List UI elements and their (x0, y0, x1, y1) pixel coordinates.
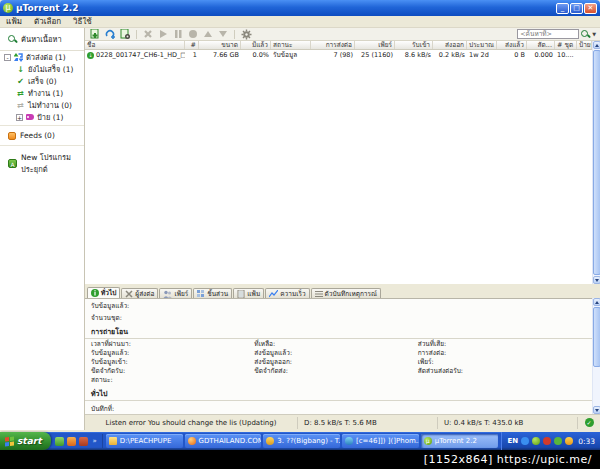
torrent-list-header: ชื่อ # ขนาด มีแล้ว สถานะ การส่งต่อ เพียร… (85, 41, 592, 50)
torrent-list-scrollbar[interactable] (592, 41, 600, 284)
close-button[interactable]: ✕ (584, 3, 597, 14)
torrent-down-speed: 8.6 kB/s (395, 50, 433, 60)
column-done[interactable]: มีแล้ว (241, 41, 271, 49)
task-firefox[interactable]: GDTHAILAND.COM... (185, 434, 262, 448)
quick-launch-icon-2[interactable] (67, 437, 76, 446)
move-down-button[interactable] (217, 29, 229, 40)
scroll-up-button[interactable] (593, 41, 600, 49)
tab-logger[interactable]: ตัวบันทึกเหตุการณ์ (311, 288, 382, 298)
clock[interactable]: 0:33 (578, 437, 595, 446)
task-music[interactable]: 3. ??(Bigbang) - T... (263, 434, 340, 448)
gear-icon (241, 29, 252, 40)
detail-panel-scrollbar[interactable] (592, 298, 600, 414)
sidebar-item-completed[interactable]: ✔ เสร็จ (0) (0, 75, 84, 87)
search-icon (8, 35, 17, 44)
stop-button[interactable] (187, 29, 199, 40)
tab-peers[interactable]: เพียร์ (159, 288, 192, 298)
toolbar-divider (234, 30, 235, 39)
hide-icons-icon[interactable] (521, 437, 529, 445)
move-up-button[interactable] (202, 29, 214, 40)
column-label[interactable]: ป้ายชื่อ (577, 41, 592, 49)
column-down-speed[interactable]: รับเข้า (395, 41, 433, 49)
torrent-row[interactable]: ↓ 0228_001747_CH6-1_HD_□□ T... 1 7.66 GB… (85, 50, 592, 60)
task-explorer[interactable]: D:\PEACHPUPE (106, 434, 183, 448)
sidebar-item-inactive[interactable]: ⇄ ไม่ทำงาน (0) (0, 99, 84, 111)
column-status[interactable]: สถานะ (271, 41, 311, 49)
utorrent-logo-icon: µ (3, 3, 13, 13)
downloading-status-icon: ↓ (87, 52, 94, 59)
maximize-button[interactable]: □ (570, 3, 583, 14)
task-messenger[interactable]: [c=46]]) ](]Phom... (342, 434, 419, 448)
sidebar-search[interactable]: ค้นหาเนื้อหา (0, 28, 84, 51)
scroll-down-button[interactable] (593, 406, 600, 414)
pause-button[interactable] (172, 29, 184, 40)
title-bar[interactable]: µ µTorrent 2.2 _ □ ✕ (0, 0, 600, 16)
column-avail[interactable]: # ชุด (555, 41, 577, 49)
create-torrent-button[interactable] (119, 29, 131, 40)
torrent-avail: 10.... (555, 50, 577, 60)
remove-button[interactable] (142, 29, 154, 40)
filter-search-input[interactable] (517, 29, 579, 39)
feeds-label: Feeds (0) (20, 131, 55, 140)
search-button[interactable] (581, 30, 590, 39)
field-upload-limit: ขีดจำกัดส่ง: (254, 367, 417, 376)
tray-icon-green[interactable] (554, 437, 562, 445)
create-torrent-icon (120, 29, 131, 40)
add-url-button[interactable] (104, 29, 116, 40)
field-downloaded: รับข้อมูลแล้ว: (91, 349, 254, 358)
column-number[interactable]: # (185, 41, 199, 49)
menu-help[interactable]: วิธีใช้ (67, 16, 98, 28)
column-up-speed[interactable]: ส่งออก (433, 41, 467, 49)
collapse-icon[interactable]: - (4, 54, 11, 61)
sidebar-item-active[interactable]: ⇄ ทำงาน (1) (0, 87, 84, 99)
column-eta[interactable]: ประมาณ (467, 41, 497, 49)
add-torrent-button[interactable] (89, 29, 101, 40)
tab-general[interactable]: ทั่วไป (87, 287, 120, 298)
chevron-icon[interactable]: » (91, 437, 97, 445)
start-button[interactable] (157, 29, 169, 40)
field-share-ratio: สัดส่วนส่งต่อรับ: (418, 367, 581, 376)
column-seeds[interactable]: การส่งต่อ (311, 41, 355, 49)
scroll-down-button[interactable] (593, 276, 600, 284)
search-dropdown-icon[interactable]: ▼ (592, 31, 596, 37)
scroll-up-button[interactable] (593, 298, 600, 306)
tab-files[interactable]: แฟ้ม (233, 288, 264, 298)
tab-trackers[interactable]: ผู้ส่งต่อ (121, 288, 158, 298)
tray-icon-red[interactable] (543, 437, 551, 445)
tab-speed[interactable]: ความเร็ว (265, 288, 309, 298)
download-total-status: D: 8.5 kB/s T: 5.6 MB (298, 417, 438, 429)
scrollbar-thumb[interactable] (593, 50, 600, 275)
task-buttons: D:\PEACHPUPE GDTHAILAND.COM... 3. ??(Big… (103, 434, 501, 448)
column-ratio[interactable]: สัด... (527, 41, 555, 49)
music-icon (266, 437, 274, 445)
column-name[interactable]: ชื่อ (85, 41, 185, 49)
sidebar-item-torrents[interactable]: - ตัวส่งต่อ (1) (0, 51, 84, 63)
start-button[interactable]: start (0, 432, 51, 450)
detail-tab-bar: ทั่วไป ผู้ส่งต่อ เพียร์ ชิ้นส่วน แฟ้ม (85, 287, 600, 298)
sidebar-item-new-apps[interactable]: A New โปรแกรมประยุกต์ (0, 148, 84, 178)
inactive-icon: ⇄ (16, 101, 25, 110)
menu-file[interactable]: แฟ้ม (0, 16, 28, 28)
general-section-title: ทั่วไป (85, 385, 592, 401)
scrollbar-thumb[interactable] (593, 307, 600, 367)
task-label: [c=46]]) ](]Phom... (356, 437, 419, 445)
expand-icon[interactable]: + (16, 114, 23, 121)
minimize-button[interactable]: _ (556, 3, 569, 14)
quick-launch-icon-1[interactable] (55, 437, 64, 446)
sidebar-item-label: เสร็จ (0) (28, 75, 57, 87)
preferences-button[interactable] (240, 29, 252, 40)
task-label: 3. ??(Bigbang) - T... (277, 437, 340, 445)
column-uploaded[interactable]: ส่งแล้ว (497, 41, 527, 49)
menu-options[interactable]: ตัวเลือก (28, 16, 67, 28)
column-size[interactable]: ขนาด (199, 41, 241, 49)
sidebar-item-labels[interactable]: + ป้าย (1) (0, 111, 84, 123)
quick-launch-icon-3[interactable] (79, 437, 88, 446)
tab-pieces[interactable]: ชิ้นส่วน (193, 288, 232, 298)
column-peers[interactable]: เพียร์ (355, 41, 395, 49)
utorrent-tray-icon[interactable] (532, 437, 540, 445)
task-utorrent[interactable]: µ µTorrent 2.2 (421, 434, 498, 448)
sidebar-item-feeds[interactable]: Feeds (0) (0, 128, 84, 143)
messenger-tray-icon[interactable] (565, 437, 573, 445)
sidebar-item-downloading[interactable]: ↓ ยังไม่เสร็จ (1) (0, 63, 84, 75)
language-indicator[interactable]: EN (508, 437, 519, 445)
